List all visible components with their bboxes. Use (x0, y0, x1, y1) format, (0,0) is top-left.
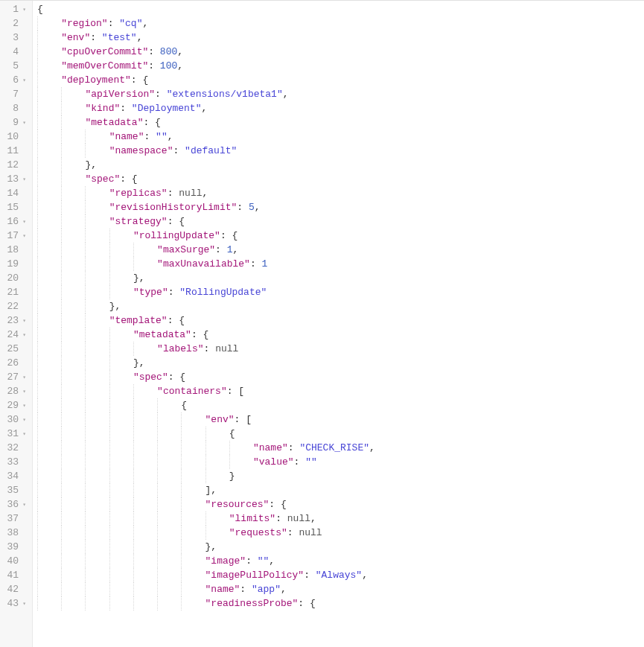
fold-toggle-icon[interactable]: ▾ (20, 497, 26, 511)
token-punc: : (215, 244, 227, 255)
code-line[interactable]: "maxUnavailable": 1 (37, 257, 644, 271)
token-str: "default" (185, 145, 237, 156)
fold-toggle-icon[interactable]: ▾ (20, 328, 26, 342)
code-line[interactable]: "template": { (37, 313, 644, 328)
code-line[interactable]: "type": "RollingUpdate" (37, 285, 644, 299)
code-line[interactable]: }, (37, 540, 644, 554)
code-line[interactable]: "containers": [ (37, 384, 644, 398)
code-line[interactable]: "spec": { (37, 172, 644, 186)
indent-guide (37, 568, 38, 582)
indent-guide (181, 596, 182, 611)
indent-guide (37, 158, 38, 172)
code-line[interactable]: "value": "" (37, 455, 644, 469)
code-line[interactable]: "maxSurge": 1, (37, 243, 644, 257)
indent-guide (157, 441, 158, 455)
line-number-text: 27 (7, 372, 19, 383)
code-line[interactable]: "imagePullPolicy": "Always", (37, 568, 644, 582)
code-line[interactable]: "memOverCommit": 100, (37, 59, 644, 73)
code-line[interactable]: "cpuOverCommit": 800, (37, 45, 644, 59)
fold-toggle-icon[interactable]: ▾ (20, 596, 26, 611)
code-line[interactable]: "spec": { (37, 370, 644, 384)
code-line[interactable]: "name": "app", (37, 582, 644, 596)
code-line[interactable]: { (37, 427, 644, 441)
code-line[interactable]: "labels": null (37, 342, 644, 356)
indent-guide (61, 441, 62, 455)
token-punc: , (168, 131, 173, 142)
code-line[interactable]: } (37, 469, 644, 483)
line-number: 2 (3, 16, 26, 31)
fold-toggle-icon[interactable]: ▾ (20, 370, 26, 384)
indent-guide (37, 214, 38, 229)
token-key: "image" (205, 555, 246, 567)
indent-guide (61, 398, 62, 412)
fold-toggle-icon[interactable]: ▾ (20, 398, 26, 412)
token-str: "" (305, 456, 317, 468)
code-line[interactable]: "replicas": null, (37, 186, 644, 200)
line-number: 41 (3, 568, 26, 582)
code-line[interactable]: }, (37, 356, 644, 370)
code-line[interactable]: "rollingUpdate": { (37, 229, 644, 243)
code-line[interactable]: "revisionHistoryLimit": 5, (37, 200, 644, 214)
line-number: 37 (3, 511, 26, 526)
code-line[interactable]: "metadata": { (37, 328, 644, 342)
token-punc: : (246, 555, 258, 567)
line-number: 24▾ (3, 328, 26, 342)
code-line[interactable]: "image": "", (37, 554, 644, 568)
code-line[interactable]: { (37, 2, 644, 16)
code-line[interactable]: "strategy": { (37, 214, 644, 229)
fold-toggle-icon[interactable]: ▾ (20, 427, 26, 441)
fold-toggle-icon[interactable]: ▾ (20, 412, 26, 427)
code-line[interactable]: { (37, 398, 644, 412)
code-line[interactable]: "region": "cq", (37, 16, 644, 31)
indent-guide (133, 582, 134, 596)
code-line[interactable]: ], (37, 483, 644, 497)
line-number: 16▾ (3, 214, 26, 229)
fold-toggle-icon[interactable]: ▾ (20, 172, 26, 186)
fold-toggle-icon[interactable]: ▾ (20, 73, 26, 87)
token-key: "resources" (205, 499, 270, 510)
indent-guide (37, 441, 38, 455)
code-line[interactable]: "name": "CHECK_RISE", (37, 441, 644, 455)
fold-toggle-icon[interactable]: ▾ (20, 313, 26, 328)
code-line[interactable]: }, (37, 271, 644, 285)
code-line[interactable]: "env": "test", (37, 31, 644, 45)
code-line[interactable]: "limits": null, (37, 511, 644, 526)
token-punc: , (283, 89, 289, 100)
indent-guide (133, 243, 134, 257)
code-line[interactable]: "name": "", (37, 130, 644, 144)
indent-guide (181, 469, 182, 483)
code-line[interactable]: "readinessProbe": { (37, 596, 644, 611)
indent-guide (109, 412, 110, 427)
code-line[interactable]: "apiVersion": "extensions/v1beta1", (37, 87, 644, 101)
token-num: 800 (160, 46, 177, 57)
code-line[interactable]: "requests": null (37, 526, 644, 540)
token-num: 1 (227, 244, 233, 255)
fold-toggle-icon[interactable]: ▾ (20, 229, 26, 243)
token-punc: , (281, 584, 287, 595)
fold-toggle-icon[interactable]: ▾ (20, 115, 26, 130)
indent-guide (109, 540, 110, 554)
line-number-text: 25 (7, 343, 19, 354)
fold-toggle-icon[interactable]: ▾ (20, 2, 26, 16)
code-area[interactable]: { "region": "cq", "env": "test", "cpuOve… (33, 1, 644, 647)
indent-guide (109, 455, 110, 469)
indent-guide (85, 328, 86, 342)
token-punc: : (204, 343, 216, 354)
token-key: "env" (205, 414, 235, 425)
token-key: "metadata" (133, 329, 191, 340)
fold-toggle-icon[interactable]: ▾ (20, 384, 26, 398)
code-line[interactable]: "metadata": { (37, 115, 644, 130)
code-line[interactable]: "namespace": "default" (37, 144, 644, 158)
code-line[interactable]: "deployment": { (37, 73, 644, 87)
line-number-text: 42 (7, 584, 19, 595)
fold-toggle-icon[interactable]: ▾ (20, 214, 26, 229)
code-line[interactable]: "env": [ (37, 412, 644, 427)
line-number: 26 (3, 356, 26, 370)
code-line[interactable]: }, (37, 299, 644, 313)
line-number: 15 (3, 200, 26, 214)
code-line[interactable]: "kind": "Deployment", (37, 101, 644, 115)
code-line[interactable]: }, (37, 158, 644, 172)
line-number-text: 10 (7, 131, 19, 142)
indent-guide (133, 497, 134, 511)
code-line[interactable]: "resources": { (37, 497, 644, 511)
